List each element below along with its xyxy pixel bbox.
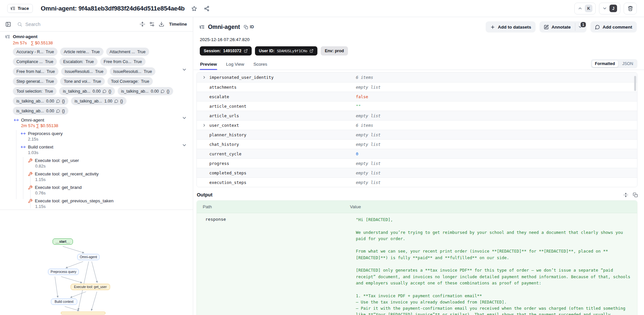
output-response-row[interactable]: response "Hi [REDACTED], We understand y… [197, 213, 637, 315]
score-badge[interactable]: IssueResoluti...True [110, 67, 156, 76]
span-tree-item[interactable]: Omni-agent2m 57s ∑ $0.55138 [14, 117, 188, 129]
add-to-datasets-button[interactable]: Add to datasets [486, 21, 536, 33]
score-badge[interactable]: IssueResoluti...True [61, 67, 107, 76]
preview-row[interactable]: progressempty list [197, 158, 637, 168]
preview-row[interactable]: user_context6 items [197, 120, 637, 130]
span-tree-item[interactable]: Execute tool: get_brand0.76s [28, 184, 188, 196]
download-icon[interactable] [159, 21, 164, 27]
trace-title: Omni-agent: 9f4a81eb3df983f24d64d511e854… [41, 5, 185, 12]
trace-badge[interactable]: Trace [7, 4, 33, 13]
share-button[interactable] [204, 6, 210, 11]
user-id-value: SDAHUSLy9f1CHo [277, 49, 308, 53]
score-badge[interactable]: Article retrie...True [60, 48, 103, 56]
score-badge[interactable]: Free from Co...True [100, 57, 146, 66]
copy-icon [244, 25, 248, 29]
add-comment-label: Add comment [603, 25, 632, 30]
tab-scores[interactable]: Scores [253, 62, 267, 70]
preview-row[interactable]: planner_historyempty list [197, 130, 637, 139]
preview-row[interactable]: escalatefalse [197, 92, 637, 101]
annotate-dropdown-button[interactable]: 1 [575, 21, 586, 33]
span-duration: 2m 57s ∑ $0.55138 [21, 123, 188, 129]
comment-bubble-icon [56, 109, 60, 113]
format-toggle-formatted[interactable]: Formatted [592, 60, 618, 67]
score-badge[interactable]: Free from hal...True [13, 67, 58, 76]
span-name-label: Preprocess query [28, 131, 63, 136]
expand-chevron-icon[interactable] [202, 75, 207, 79]
search-input[interactable] [25, 22, 101, 27]
preview-key-cell: progress [197, 161, 356, 166]
collapse-sidebar-button[interactable] [5, 21, 11, 27]
preview-row[interactable]: current_cycle0 [197, 149, 637, 158]
preview-row[interactable]: attachmentsempty list [197, 82, 637, 92]
span-tree-item[interactable]: Execute tool: get_recent_activity1.15s [28, 171, 188, 183]
tab-preview[interactable]: Preview [200, 62, 217, 70]
graph-node-preprocess-query[interactable]: Preprocess query [48, 269, 79, 275]
view-settings-icon[interactable] [149, 21, 155, 27]
graph-node-execute-tool-get-user[interactable]: Execute tool: get_user [71, 284, 110, 290]
score-badge[interactable]: is_talking_ab...0.00{} [13, 107, 68, 115]
session-value: 14910372 [223, 49, 242, 53]
score-badge-value: True [46, 79, 54, 84]
preview-row[interactable]: completed_stepsempty list [197, 168, 637, 177]
span-tree-item[interactable]: Execute tool: get_previous_steps_taken1.… [28, 198, 188, 210]
score-badge-label: IssueResoluti... [65, 69, 93, 74]
span-tree-item[interactable]: Execute tool: get_user0.82s [28, 157, 188, 169]
preview-row[interactable]: execution_stepsempty list [197, 177, 637, 187]
preview-row[interactable]: impersonated_user_identity6 items [197, 73, 637, 82]
tab-log-view[interactable]: Log View [226, 62, 244, 70]
score-badge[interactable]: is_talking_ab...0.00{} [118, 87, 173, 95]
collapse-agent-chevron[interactable] [182, 115, 187, 121]
delete-trace-button[interactable] [624, 3, 637, 14]
timeline-toggle[interactable]: Timeline [168, 20, 188, 28]
score-badge[interactable]: is_talking_ab...1.00{} [71, 97, 126, 105]
score-badge[interactable]: is_talking_ab...0.00{} [59, 87, 115, 95]
score-badge[interactable]: Tool Coverage:True [107, 77, 153, 85]
score-badge[interactable]: Attachment ...True [106, 48, 149, 56]
span-tree-item[interactable]: Build context1.03s [21, 144, 188, 156]
add-comment-button[interactable]: Add comment [590, 21, 637, 33]
graph-node-build-context[interactable]: Build context [51, 299, 77, 305]
copy-output-icon[interactable] [633, 192, 638, 197]
collapse-all-icon[interactable] [140, 21, 145, 27]
star-button[interactable] [191, 6, 197, 11]
output-table: Path Value response "Hi [REDACTED], We u… [196, 200, 637, 315]
score-badge-value: True [141, 79, 149, 84]
table-scrollbar-thumb[interactable] [634, 76, 636, 91]
prev-trace-button[interactable]: K [574, 3, 596, 14]
user-id-pill[interactable]: User ID: SDAHUSLy9f1CHo [255, 46, 318, 56]
search-field [17, 22, 136, 27]
score-badge-value: True [45, 89, 53, 94]
score-badge-label: Tool Coverage: [111, 79, 139, 84]
graph-node-omni-agent[interactable]: Omni-agent [77, 254, 100, 260]
graph-node-partial[interactable] [61, 312, 105, 314]
output-section-header: Output [197, 192, 638, 197]
span-tree-item[interactable]: Preprocess query2.15s [21, 130, 188, 143]
copy-id-chip[interactable]: ID [244, 25, 254, 29]
output-heading: Output [197, 192, 213, 197]
score-badge[interactable]: Compliance ...True [13, 57, 57, 66]
collapse-build-context-chevron[interactable] [182, 143, 187, 148]
tree-root-item[interactable]: Omni-agent [5, 34, 188, 40]
chevron-up-icon [578, 6, 583, 11]
score-badge[interactable]: Accuracy - R...True [13, 48, 58, 56]
format-toggle-json[interactable]: JSON [619, 60, 636, 67]
score-badge[interactable]: Escalation:True [59, 57, 97, 66]
collapse-root-chevron[interactable] [182, 67, 187, 72]
score-badge[interactable]: Tone and voi...True [60, 77, 105, 85]
expand-chevron-icon[interactable] [202, 123, 207, 127]
score-badge-suffix: {} [62, 99, 65, 103]
score-badge[interactable]: is_talking_ab...0.00{} [13, 97, 68, 105]
preview-row[interactable]: chat_historyempty list [197, 139, 637, 149]
annotate-button[interactable]: Annotate [540, 21, 575, 33]
session-pill[interactable]: Session: 14910372 [200, 46, 252, 56]
detail-title: Omni-agent [208, 24, 240, 31]
next-trace-button[interactable]: J [599, 3, 620, 14]
score-badge[interactable]: Step generat...True [13, 77, 58, 85]
span-name-row: Omni-agent [14, 117, 188, 123]
preview-row[interactable]: article_content"" [197, 101, 637, 111]
expand-output-icon[interactable] [623, 192, 628, 197]
graph-node--start-[interactable]: __start__ [53, 238, 73, 245]
span-name-row: Execute tool: get_recent_activity [28, 171, 188, 177]
score-badge[interactable]: Tool selection:True [13, 87, 57, 95]
preview-row[interactable]: article_urlsempty list [197, 111, 637, 120]
